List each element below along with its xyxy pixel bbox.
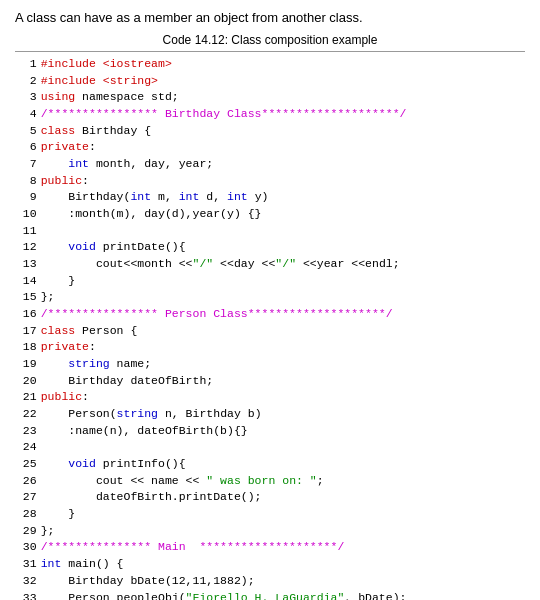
table-row: 29}; [15, 523, 525, 540]
table-row: 20 Birthday dateOfBirth; [15, 373, 525, 390]
line-number: 13 [15, 256, 39, 273]
code-line-content: Person(string n, Birthday b) [39, 406, 525, 423]
table-row: 16/**************** Person Class********… [15, 306, 525, 323]
code-line-content: } [39, 506, 525, 523]
intro-text: A class can have as a member an object f… [15, 10, 525, 25]
table-row: 11 [15, 223, 525, 240]
table-row: 1#include <iostream> [15, 56, 525, 73]
table-row: 2#include <string> [15, 73, 525, 90]
line-number: 33 [15, 590, 39, 601]
table-row: 14 } [15, 273, 525, 290]
table-row: 23 :name(n), dateOfBirth(b){} [15, 423, 525, 440]
code-line-content: void printInfo(){ [39, 456, 525, 473]
line-number: 27 [15, 489, 39, 506]
table-row: 24 [15, 439, 525, 456]
table-row: 8public: [15, 173, 525, 190]
table-row: 28 } [15, 506, 525, 523]
code-line-content: /**************** Person Class**********… [39, 306, 525, 323]
table-row: 32 Birthday bDate(12,11,1882); [15, 573, 525, 590]
line-number: 15 [15, 289, 39, 306]
table-row: 9 Birthday(int m, int d, int y) [15, 189, 525, 206]
code-line-content: private: [39, 139, 525, 156]
line-number: 12 [15, 239, 39, 256]
code-line-content: /*************** Main ******************… [39, 539, 525, 556]
table-row: 27 dateOfBirth.printDate(); [15, 489, 525, 506]
table-row: 33 Person peopleObj("Fiorello H. LaGuard… [15, 590, 525, 601]
line-number: 1 [15, 56, 39, 73]
code-line-content: }; [39, 523, 525, 540]
code-line-content: public: [39, 173, 525, 190]
code-line-content: #include <iostream> [39, 56, 525, 73]
code-line-content: /**************** Birthday Class********… [39, 106, 525, 123]
line-number: 32 [15, 573, 39, 590]
line-number: 25 [15, 456, 39, 473]
table-row: 21public: [15, 389, 525, 406]
line-number: 18 [15, 339, 39, 356]
code-line-content: cout << name << " was born on: "; [39, 473, 525, 490]
table-row: 5class Birthday { [15, 123, 525, 140]
line-number: 16 [15, 306, 39, 323]
code-line-content: string name; [39, 356, 525, 373]
line-number: 28 [15, 506, 39, 523]
code-line-content: :month(m), day(d),year(y) {} [39, 206, 525, 223]
line-number: 17 [15, 323, 39, 340]
code-line-content: int month, day, year; [39, 156, 525, 173]
line-number: 30 [15, 539, 39, 556]
code-line-content: Birthday bDate(12,11,1882); [39, 573, 525, 590]
line-number: 5 [15, 123, 39, 140]
line-number: 7 [15, 156, 39, 173]
code-line-content: dateOfBirth.printDate(); [39, 489, 525, 506]
code-line-content [39, 223, 525, 240]
code-line-content: :name(n), dateOfBirth(b){} [39, 423, 525, 440]
line-number: 21 [15, 389, 39, 406]
table-row: 3using namespace std; [15, 89, 525, 106]
table-row: 31int main() { [15, 556, 525, 573]
code-title: Code 14.12: Class composition example [15, 33, 525, 52]
table-row: 17class Person { [15, 323, 525, 340]
table-row: 22 Person(string n, Birthday b) [15, 406, 525, 423]
table-row: 26 cout << name << " was born on: "; [15, 473, 525, 490]
table-row: 4/**************** Birthday Class*******… [15, 106, 525, 123]
line-number: 10 [15, 206, 39, 223]
line-number: 19 [15, 356, 39, 373]
line-number: 31 [15, 556, 39, 573]
table-row: 12 void printDate(){ [15, 239, 525, 256]
line-number: 6 [15, 139, 39, 156]
line-number: 26 [15, 473, 39, 490]
table-row: 13 cout<<month <<"/" <<day <<"/" <<year … [15, 256, 525, 273]
table-row: 30/*************** Main ****************… [15, 539, 525, 556]
table-row: 15}; [15, 289, 525, 306]
code-line-content: }; [39, 289, 525, 306]
code-line-content: Person peopleObj("Fiorello H. LaGuardia"… [39, 590, 525, 601]
table-row: 10 :month(m), day(d),year(y) {} [15, 206, 525, 223]
code-line-content: #include <string> [39, 73, 525, 90]
line-number: 3 [15, 89, 39, 106]
code-line-content: void printDate(){ [39, 239, 525, 256]
code-line-content: public: [39, 389, 525, 406]
line-number: 11 [15, 223, 39, 240]
line-number: 2 [15, 73, 39, 90]
line-number: 9 [15, 189, 39, 206]
table-row: 6private: [15, 139, 525, 156]
table-row: 25 void printInfo(){ [15, 456, 525, 473]
code-line-content: private: [39, 339, 525, 356]
line-number: 22 [15, 406, 39, 423]
line-number: 23 [15, 423, 39, 440]
code-line-content: class Birthday { [39, 123, 525, 140]
table-row: 7 int month, day, year; [15, 156, 525, 173]
code-line-content [39, 439, 525, 456]
code-line-content: cout<<month <<"/" <<day <<"/" <<year <<e… [39, 256, 525, 273]
code-line-content: using namespace std; [39, 89, 525, 106]
code-line-content: Birthday(int m, int d, int y) [39, 189, 525, 206]
code-line-content: int main() { [39, 556, 525, 573]
code-line-content: class Person { [39, 323, 525, 340]
code-line-content: Birthday dateOfBirth; [39, 373, 525, 390]
line-number: 24 [15, 439, 39, 456]
line-number: 8 [15, 173, 39, 190]
code-line-content: } [39, 273, 525, 290]
line-number: 4 [15, 106, 39, 123]
table-row: 19 string name; [15, 356, 525, 373]
line-number: 29 [15, 523, 39, 540]
line-number: 14 [15, 273, 39, 290]
table-row: 18private: [15, 339, 525, 356]
